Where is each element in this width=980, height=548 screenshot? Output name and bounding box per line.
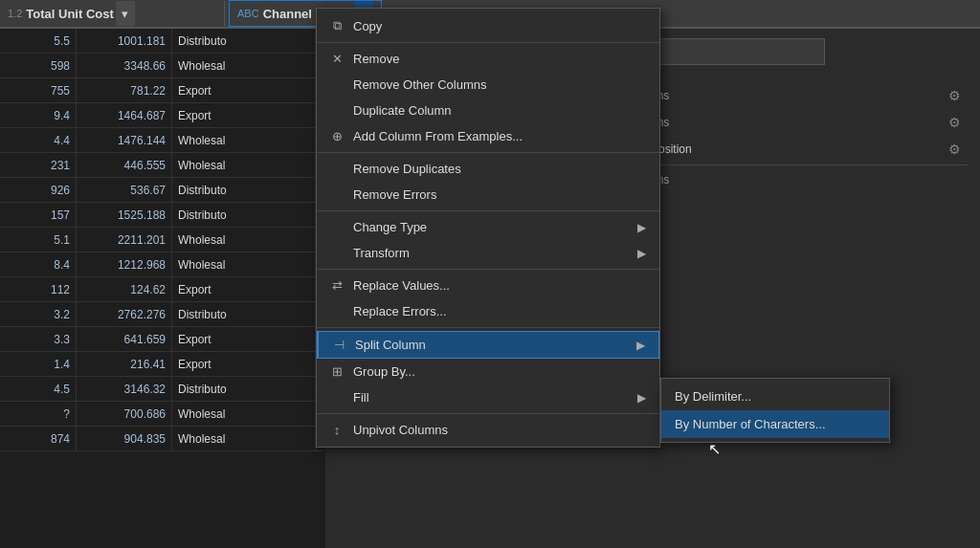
copy-icon: ⧉ [326, 18, 347, 33]
col1-type-icon: 1.2 [8, 8, 22, 19]
table-row: 9.4 1464.687 Export [0, 103, 325, 128]
cell-num: 231 [0, 153, 77, 177]
table-row: 4.5 3146.32 Distributo [0, 377, 325, 402]
cell-num: 4.5 [0, 377, 77, 401]
menu-item-remove-errors[interactable]: Remove Errors [317, 182, 659, 208]
col2-type-icon: ABC [237, 8, 259, 19]
menu-label: Remove Other Columns [353, 77, 486, 92]
menu-item-replace-errors[interactable]: Replace Errors... [317, 298, 659, 324]
table-row: 755 781.22 Export [0, 78, 325, 103]
menu-label: Group By... [353, 364, 415, 379]
menu-label: Transform [353, 246, 410, 260]
cell-cost: 536.67 [77, 178, 172, 202]
table-row: 3.3 641.659 Export [0, 327, 325, 352]
cell-num: 5.5 [0, 29, 77, 53]
menu-item-fill[interactable]: Fill ▶ [317, 384, 659, 410]
gear-icon-position[interactable]: ⚙ [948, 142, 961, 157]
menu-separator [317, 413, 659, 414]
cell-cost: 2211.201 [77, 228, 172, 252]
table-row: ? 700.686 Wholesal [0, 402, 325, 427]
cell-channel: Wholesal [172, 252, 316, 276]
col1-dropdown-button[interactable]: ▾ [116, 1, 135, 26]
cell-num: 1.4 [0, 352, 77, 376]
cell-num: 598 [0, 54, 77, 77]
unpivot-icon: ↕ [326, 423, 347, 437]
menu-item-duplicate-col[interactable]: Duplicate Column [317, 98, 659, 123]
menu-label: Replace Errors... [353, 304, 447, 318]
cell-cost: 124.62 [77, 277, 172, 301]
cell-num: 9.4 [0, 103, 77, 127]
cell-cost: 1464.687 [77, 103, 172, 127]
table-row: 1.4 216.41 Export [0, 352, 325, 377]
cell-channel: Wholesal [172, 54, 316, 77]
table-row: 3.2 2762.276 Distributo [0, 302, 325, 327]
menu-separator [317, 152, 659, 153]
submenu-label: By Delimiter... [675, 389, 751, 404]
menu-item-group-by[interactable]: ⊞ Group By... [317, 359, 659, 384]
cell-channel: Wholesal [172, 427, 316, 450]
menu-label: Remove Errors [353, 187, 436, 202]
menu-item-replace-vals[interactable]: ⇄ Replace Values... [317, 273, 659, 298]
menu-label: Duplicate Column [353, 103, 452, 118]
cell-channel: Export [172, 327, 316, 351]
menu-item-copy[interactable]: ⧉ Copy [317, 12, 659, 39]
panel-divider [643, 164, 969, 165]
submenu-item-by-delimiter[interactable]: By Delimiter... [661, 383, 889, 410]
table-row: 112 124.62 Export [0, 277, 325, 302]
col1-header: 1.2 Total Unit Cost ▾ [0, 1, 225, 26]
cell-channel: Export [172, 78, 316, 102]
cell-channel: Distributo [172, 178, 316, 202]
remove-icon: ✕ [326, 52, 347, 66]
cell-channel: Export [172, 352, 316, 376]
cell-channel: Distributo [172, 29, 316, 53]
cell-num: 926 [0, 178, 77, 202]
gear-icon-1[interactable]: ⚙ [948, 88, 961, 103]
menu-item-transform[interactable]: Transform ▶ [317, 240, 659, 266]
menu-label: Change Type [353, 220, 427, 234]
split-icon: ⊣ [328, 338, 349, 352]
cell-cost: 1212.968 [77, 252, 172, 276]
col1-title: Total Unit Cost [26, 7, 113, 21]
menu-item-split-col[interactable]: ⊣ Split Column ▶ [317, 331, 659, 359]
menu-item-remove-other-cols[interactable]: Remove Other Columns [317, 72, 659, 98]
menu-item-change-type[interactable]: Change Type ▶ [317, 214, 659, 240]
cell-cost: 641.659 [77, 327, 172, 351]
panel-row-1: nns ⚙ [643, 84, 969, 107]
cell-channel: Distributo [172, 377, 316, 401]
menu-item-unpivot[interactable]: ↕ Unpivot Columns [317, 417, 659, 443]
cell-cost: 1525.188 [77, 203, 172, 227]
menu-item-add-col-examples[interactable]: ⊕ Add Column From Examples... [317, 123, 659, 149]
menu-item-remove[interactable]: ✕ Remove [317, 46, 659, 72]
menu-label: Replace Values... [353, 278, 450, 293]
cell-channel: Wholesal [172, 128, 316, 152]
cell-cost: 3146.32 [77, 377, 172, 401]
menu-item-remove-dupes[interactable]: Remove Duplicates [317, 156, 659, 182]
menu-separator [317, 327, 659, 328]
cell-cost: 2762.276 [77, 302, 172, 326]
replace-icon: ⇄ [326, 278, 347, 293]
cell-channel: Export [172, 277, 316, 301]
menu-separator [317, 42, 659, 43]
cell-num: 874 [0, 427, 77, 450]
cell-num: 8.4 [0, 252, 77, 276]
menu-label: Copy [353, 19, 382, 33]
table-row: 926 536.67 Distributo [0, 178, 325, 203]
table-body: 5.5 1001.181 Distributo 598 3348.66 Whol… [0, 29, 325, 451]
submenu-item-by-number-chars[interactable]: By Number of Characters... [661, 410, 889, 438]
cell-num: 112 [0, 277, 77, 301]
panel-row-2: nns ⚙ [643, 111, 969, 134]
gear-icon-2[interactable]: ⚙ [948, 115, 961, 130]
cell-num: 3.3 [0, 327, 77, 351]
group-icon: ⊞ [326, 364, 347, 379]
search-box [643, 38, 825, 65]
table-row: 8.4 1212.968 Wholesal [0, 252, 325, 277]
panel-row-position: Position ⚙ [643, 138, 969, 161]
menu-label: Remove Duplicates [353, 162, 461, 176]
cell-cost: 904.835 [77, 427, 172, 450]
cell-cost: 781.22 [77, 78, 172, 102]
submenu-arrow-icon: ▶ [637, 391, 646, 405]
table-row: 874 904.835 Wholesal [0, 427, 325, 451]
menu-label: Unpivot Columns [353, 423, 448, 437]
cell-cost: 446.555 [77, 153, 172, 177]
menu-separator [317, 210, 659, 211]
